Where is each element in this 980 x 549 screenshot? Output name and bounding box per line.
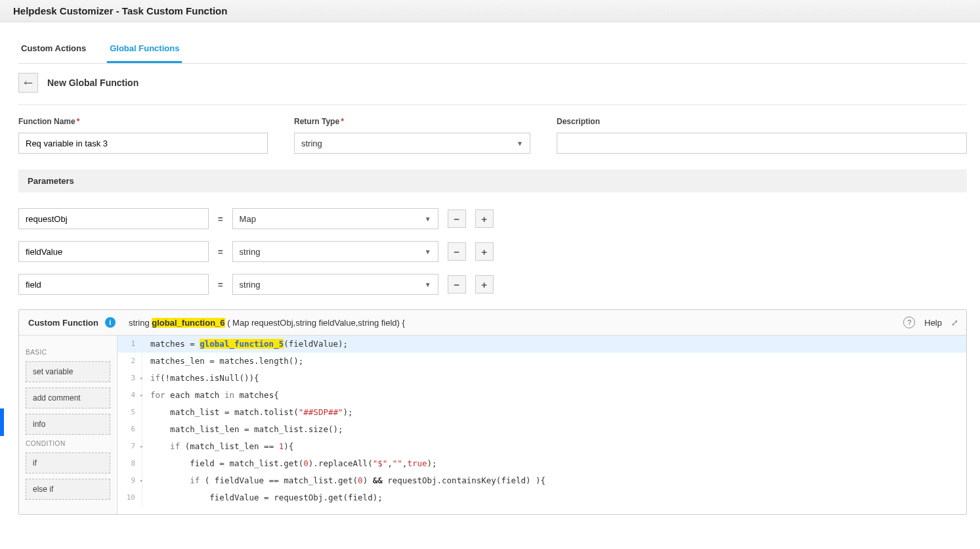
back-button[interactable]: 🡐 — [18, 73, 38, 93]
tab-global-functions[interactable]: Global Functions — [107, 37, 182, 63]
plus-icon: + — [481, 279, 487, 290]
chevron-down-icon: ▼ — [425, 215, 431, 223]
chevron-down-icon: ▼ — [425, 281, 431, 288]
param-type-select[interactable]: Map▼ — [232, 208, 438, 229]
description-label: Description — [557, 117, 967, 126]
tab-custom-actions[interactable]: Custom Actions — [18, 37, 89, 63]
chevron-down-icon: ▼ — [425, 248, 431, 255]
palette-item-else-if[interactable]: else if — [26, 479, 110, 500]
remove-param-button[interactable]: − — [448, 275, 466, 294]
plus-icon: + — [481, 246, 487, 257]
remove-param-button[interactable]: − — [448, 209, 466, 228]
palette-item-add-comment[interactable]: add comment — [26, 387, 110, 408]
param-row: = string▼ − + — [18, 241, 967, 262]
param-name-input[interactable] — [18, 241, 209, 262]
function-name-label: Function Name* — [18, 117, 268, 126]
subheader-title: New Global Function — [47, 77, 138, 88]
editor-title: Custom Function — [28, 318, 98, 328]
blue-indicator — [0, 408, 4, 436]
function-name-input[interactable] — [18, 133, 268, 154]
info-icon[interactable]: i — [105, 317, 116, 328]
param-name-input[interactable] — [18, 208, 209, 229]
param-type-select[interactable]: string▼ — [232, 241, 438, 262]
return-type-label: Return Type* — [294, 117, 530, 126]
expand-icon[interactable]: ⤢ — [951, 318, 957, 328]
param-name-input[interactable] — [18, 274, 209, 295]
equals-sign: = — [218, 247, 223, 257]
remove-param-button[interactable]: − — [448, 242, 466, 261]
palette-category: CONDITION — [26, 440, 110, 447]
add-param-button[interactable]: + — [475, 209, 494, 228]
palette-item-if[interactable]: if — [26, 452, 110, 473]
tabs: Custom Actions Global Functions — [18, 37, 967, 64]
code-area[interactable]: 1matches = global_function_5(fieldValue)… — [117, 336, 966, 514]
return-type-select[interactable]: string ▼ — [294, 133, 530, 154]
help-icon[interactable]: ? — [903, 317, 915, 328]
param-type-select[interactable]: string▼ — [232, 274, 438, 295]
description-input[interactable] — [557, 133, 967, 154]
page-title: Helpdesk Customizer - Task Custom Functi… — [0, 0, 980, 22]
minus-icon: − — [454, 279, 459, 290]
help-link[interactable]: Help — [924, 318, 942, 328]
plus-icon: + — [481, 213, 487, 225]
equals-sign: = — [218, 280, 223, 290]
code-palette: BASIC set variable add comment info COND… — [19, 336, 117, 514]
palette-item-info[interactable]: info — [26, 414, 110, 435]
palette-category: BASIC — [26, 349, 110, 356]
code-editor: Custom Function i string global_function… — [18, 309, 967, 515]
arrow-left-icon: 🡐 — [24, 77, 33, 88]
palette-item-set-variable[interactable]: set variable — [26, 361, 110, 382]
param-row: = Map▼ − + — [18, 208, 967, 229]
function-signature: string global_function_6 ( Map requestOb… — [129, 318, 405, 328]
param-row: = string▼ − + — [18, 274, 967, 295]
parameters-header: Parameters — [18, 169, 967, 192]
add-param-button[interactable]: + — [475, 275, 494, 294]
add-param-button[interactable]: + — [475, 242, 494, 261]
chevron-down-icon: ▼ — [517, 140, 523, 147]
minus-icon: − — [454, 213, 459, 225]
minus-icon: − — [454, 246, 459, 257]
equals-sign: = — [218, 214, 223, 224]
